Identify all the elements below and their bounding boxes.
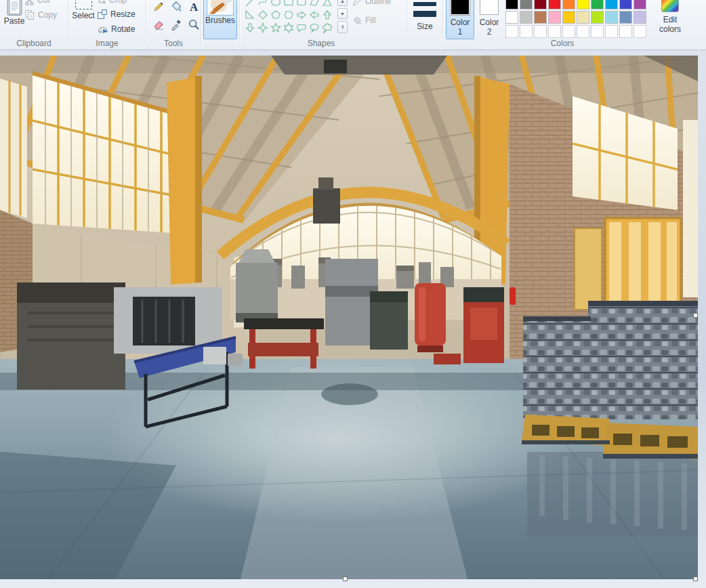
palette-swatch[interactable] <box>619 0 632 9</box>
palette-swatch[interactable] <box>562 11 575 24</box>
shape-right-triangle[interactable] <box>243 8 256 21</box>
shape-arrow-right[interactable] <box>295 8 308 21</box>
select-button[interactable]: Select <box>70 0 96 39</box>
star-4-icon <box>257 22 268 33</box>
shape-arrow-up[interactable] <box>320 8 333 21</box>
shape-callout-oval[interactable] <box>308 21 320 34</box>
shapes-scroll-down-button[interactable]: ▼ <box>337 8 348 19</box>
brushes-button[interactable]: Brushes <box>203 0 237 39</box>
palette-swatch[interactable] <box>577 0 589 9</box>
callout-oval-icon <box>309 22 320 33</box>
shapes-more-button[interactable]: ⊽ <box>337 21 348 33</box>
palette-swatch[interactable] <box>562 0 575 9</box>
shape-triangle[interactable] <box>320 0 333 8</box>
palette-swatch-empty[interactable] <box>505 25 518 38</box>
magnifier-tool-button[interactable] <box>186 16 202 33</box>
palette-swatch-empty[interactable] <box>619 25 632 38</box>
text-tool-button[interactable]: A <box>186 0 202 15</box>
edit-colors-label-line1: Edit <box>663 15 678 24</box>
palette-swatch-empty[interactable] <box>634 25 646 38</box>
shape-oval[interactable] <box>269 0 282 8</box>
shape-diamond[interactable] <box>256 8 269 21</box>
palette-swatch-empty[interactable] <box>562 25 575 38</box>
palette-swatch[interactable] <box>634 11 646 24</box>
color1-label-line1: Color <box>451 18 470 27</box>
palette-swatch-empty[interactable] <box>605 25 618 38</box>
palette-swatch[interactable] <box>548 0 561 9</box>
size-lines-icon <box>413 0 437 17</box>
palette-swatch[interactable] <box>605 0 618 9</box>
palette-swatch[interactable] <box>619 11 632 24</box>
shape-pentagon[interactable] <box>269 8 282 21</box>
palette-swatch[interactable] <box>534 11 547 24</box>
copy-button[interactable]: Copy <box>24 9 68 21</box>
shape-line[interactable] <box>243 0 256 8</box>
palette-swatch-empty[interactable] <box>534 25 547 38</box>
color2-button[interactable]: Color 2 <box>475 0 503 39</box>
shape-hexagon[interactable] <box>282 8 295 21</box>
shape-callout-rounded[interactable] <box>295 21 308 34</box>
color1-button[interactable]: Color 1 <box>446 0 474 39</box>
paste-clipboard-icon <box>6 0 23 16</box>
shape-callout-cloud[interactable] <box>320 21 333 34</box>
edit-colors-button[interactable]: Edit colors <box>650 0 690 39</box>
selection-handle-bottom-right[interactable] <box>693 576 698 581</box>
shape-outline-button[interactable]: Outline <box>352 0 407 9</box>
fill-tool-button[interactable] <box>168 0 184 15</box>
palette-swatch[interactable] <box>520 11 533 24</box>
selection-handle-bottom-middle[interactable] <box>343 576 348 581</box>
shape-star-4[interactable] <box>256 21 269 34</box>
eraser-icon <box>152 18 165 30</box>
paint-canvas[interactable] <box>0 56 698 579</box>
shape-arrow-left[interactable] <box>308 8 320 21</box>
pencil-tool-button[interactable] <box>150 0 167 15</box>
crop-button[interactable]: Crop <box>97 0 146 6</box>
arrow-down-icon <box>245 22 255 33</box>
shape-polygon[interactable] <box>308 0 320 8</box>
eraser-tool-button[interactable] <box>150 16 167 33</box>
palette-swatch-empty[interactable] <box>591 25 604 38</box>
outline-label: Outline <box>365 0 391 6</box>
color1-label-line2: 1 <box>458 27 463 37</box>
shapes-scroll-up-button[interactable]: ▲ <box>337 0 348 6</box>
callout-cloud-icon <box>322 22 333 33</box>
cut-button[interactable]: Cut <box>24 0 68 6</box>
resize-button[interactable]: Resize <box>97 8 146 20</box>
selection-handle-right-middle[interactable] <box>693 313 698 318</box>
shape-star-5[interactable] <box>269 21 282 34</box>
palette-swatch[interactable] <box>591 11 604 24</box>
shape-rectangle[interactable] <box>282 0 295 8</box>
shape-curve[interactable] <box>256 0 269 8</box>
palette-swatch[interactable] <box>505 0 518 9</box>
palette-swatch[interactable] <box>505 11 518 24</box>
palette-swatch[interactable] <box>520 0 533 9</box>
palette-swatch-empty[interactable] <box>520 25 533 38</box>
magnifier-icon <box>188 18 200 30</box>
palette-swatch[interactable] <box>634 0 646 9</box>
color-picker-tool-button[interactable] <box>168 16 184 33</box>
rotate-button[interactable]: Rotate <box>97 23 146 35</box>
shape-fill-button[interactable]: Fill <box>352 13 407 28</box>
arrow-right-icon <box>296 9 307 20</box>
palette-swatch[interactable] <box>591 0 604 9</box>
paste-button[interactable]: Paste <box>1 0 27 39</box>
triangle-icon <box>322 0 333 7</box>
palette-swatch[interactable] <box>534 0 547 9</box>
palette-swatch[interactable] <box>605 11 618 24</box>
size-button[interactable]: Size <box>410 0 440 39</box>
brush-iconbox <box>207 0 234 16</box>
palette-swatch-empty[interactable] <box>548 25 561 38</box>
select-marquee-icon <box>75 0 93 11</box>
line-icon <box>245 0 255 7</box>
shape-arrow-down[interactable] <box>243 21 256 34</box>
cut-scissors-icon <box>24 0 35 5</box>
brush-icon <box>209 0 232 15</box>
shape-rounded-rectangle[interactable] <box>295 0 308 8</box>
shape-star-6[interactable] <box>282 21 295 34</box>
palette-swatch[interactable] <box>548 11 561 24</box>
palette-swatch[interactable] <box>577 11 589 24</box>
group-size: Size . <box>407 0 442 50</box>
palette-swatch-empty[interactable] <box>577 25 589 38</box>
callout-rounded-icon <box>296 22 307 33</box>
rotate-icon <box>97 24 108 35</box>
